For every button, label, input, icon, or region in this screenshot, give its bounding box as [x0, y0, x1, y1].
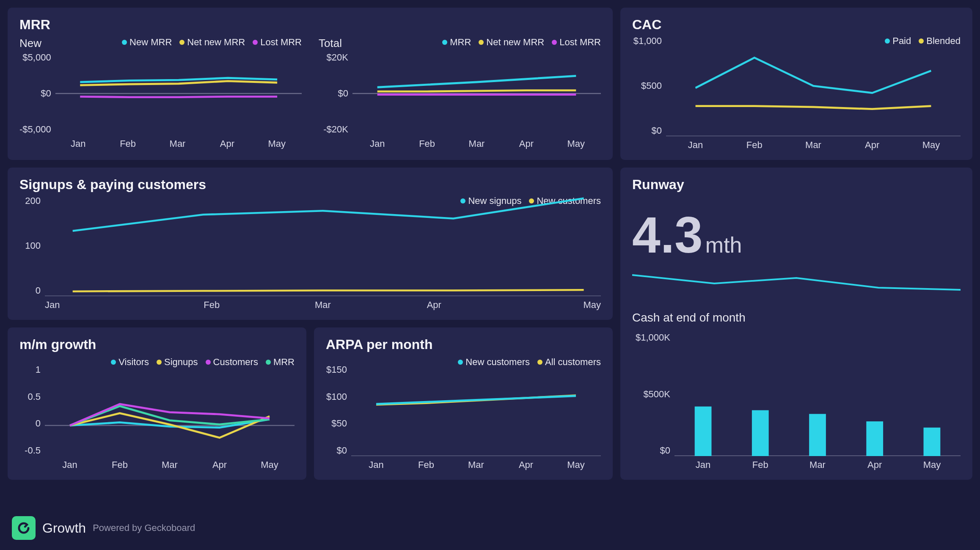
x-axis: Jan Feb Mar Apr May — [632, 136, 961, 151]
x-axis: Jan Feb Mar Apr May — [19, 296, 601, 311]
x-axis: Jan Feb Mar Apr May — [19, 135, 302, 149]
y-axis: 1 0.5 0 -0.5 — [19, 364, 45, 456]
footer: Growth Powered by Geckoboard — [12, 516, 195, 540]
signups-card: Signups & paying customers New signups N… — [8, 168, 613, 320]
growth-card: m/m growth Visitors Signups Customers MR… — [8, 327, 306, 480]
runway-title: Runway — [632, 177, 961, 192]
x-axis: Jan Feb Mar Apr May — [319, 135, 601, 149]
cac-title: CAC — [632, 17, 961, 33]
mrr-new-panel: New New MRR Net new MRR Lost MRR $5,000 … — [19, 37, 302, 149]
arpa-title: ARPA per month — [326, 337, 601, 352]
y-axis: $1,000 $500 $0 — [632, 36, 666, 136]
mrr-total-chart — [352, 52, 601, 135]
cash-title: Cash at end of month — [632, 311, 961, 324]
dot-icon — [122, 40, 127, 45]
y-axis: $1,000K $500K $0 — [632, 332, 674, 456]
svg-rect-8 — [866, 421, 883, 456]
svg-rect-5 — [695, 407, 712, 456]
dot-icon — [179, 40, 184, 45]
svg-rect-6 — [752, 410, 769, 456]
runway-value: 4.3mth — [632, 209, 961, 260]
geckoboard-logo-icon — [12, 516, 36, 540]
growth-title: m/m growth — [19, 337, 295, 352]
y-axis: $5,000 $0 -$5,000 — [19, 52, 55, 135]
legend-item: Lost MRR — [552, 37, 601, 48]
x-axis: Jan Feb Mar Apr May — [326, 456, 601, 470]
arpa-card: ARPA per month New customers All custome… — [314, 327, 613, 480]
signups-chart — [45, 195, 601, 296]
dot-icon — [442, 40, 447, 45]
x-axis: Jan Feb Mar Apr May — [19, 456, 295, 470]
mrr-card: MRR New New MRR Net new MRR Lost MRR $5,… — [8, 8, 613, 160]
y-axis: $150 $100 $50 $0 — [326, 364, 351, 456]
legend-item: MRR — [442, 37, 471, 48]
svg-rect-9 — [924, 428, 941, 456]
mrr-total-panel: Total MRR Net new MRR Lost MRR $20K $0 -… — [319, 37, 601, 149]
growth-chart — [45, 364, 295, 456]
dot-icon — [552, 40, 557, 45]
footer-brand: Growth — [42, 520, 86, 536]
footer-powered: Powered by Geckoboard — [93, 522, 195, 534]
bottom-row: m/m growth Visitors Signups Customers MR… — [8, 327, 613, 480]
dot-icon — [479, 40, 484, 45]
y-axis: 200 100 0 — [19, 195, 45, 296]
cash-chart — [674, 332, 961, 456]
arpa-chart — [351, 364, 601, 456]
runway-sparkline — [632, 269, 961, 298]
mrr-title: MRR — [19, 17, 601, 33]
mrr-new-chart — [55, 52, 302, 135]
cac-chart — [666, 36, 961, 136]
legend-item: Net new MRR — [479, 37, 544, 48]
legend-item: Net new MRR — [179, 37, 245, 48]
mrr-new-legend: New MRR Net new MRR Lost MRR — [122, 37, 302, 48]
mrr-total-legend: MRR Net new MRR Lost MRR — [442, 37, 601, 48]
y-axis: $20K $0 -$20K — [319, 52, 352, 135]
signups-title: Signups & paying customers — [19, 177, 601, 192]
legend-item: New MRR — [122, 37, 172, 48]
legend-item: Lost MRR — [253, 37, 302, 48]
dot-icon — [253, 40, 258, 45]
x-axis: Jan Feb Mar Apr May — [632, 456, 961, 470]
runway-card: Runway 4.3mth Cash at end of month $1,00… — [620, 168, 972, 480]
cac-card: CAC Paid Blended $1,000 $500 $0 — [620, 8, 972, 160]
svg-rect-7 — [809, 414, 826, 456]
dashboard-grid: MRR New New MRR Net new MRR Lost MRR $5,… — [8, 8, 972, 480]
